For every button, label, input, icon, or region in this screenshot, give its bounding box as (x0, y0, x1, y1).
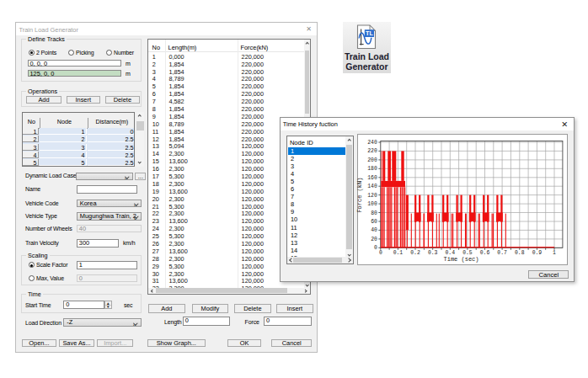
svg-text:40: 40 (371, 227, 377, 233)
svg-text:80: 80 (371, 210, 377, 216)
svg-text:0.5: 0.5 (462, 250, 473, 256)
svg-text:0.9: 0.9 (532, 250, 543, 256)
svg-text:0.2: 0.2 (410, 250, 420, 256)
svg-text:160: 160 (367, 175, 377, 181)
svg-text:60: 60 (371, 219, 377, 225)
svg-text:0.3: 0.3 (428, 250, 438, 256)
svg-text:0.4: 0.4 (446, 250, 456, 256)
svg-text:140: 140 (367, 184, 377, 189)
svg-text:0.8: 0.8 (515, 250, 525, 256)
svg-text:240: 240 (367, 140, 377, 146)
svg-text:200: 200 (367, 157, 377, 163)
svg-text:180: 180 (367, 166, 377, 172)
svg-text:100: 100 (367, 201, 377, 207)
svg-text:0.1: 0.1 (393, 250, 404, 256)
svg-text:0.6: 0.6 (480, 250, 490, 256)
svg-text:1: 1 (553, 250, 556, 256)
svg-text:220: 220 (367, 148, 377, 154)
svg-text:0: 0 (374, 245, 377, 251)
svg-text:0: 0 (379, 250, 382, 256)
svg-text:0.7: 0.7 (497, 250, 507, 256)
svg-text:Force (kN): Force (kN) (357, 178, 364, 213)
svg-text:120: 120 (367, 193, 377, 199)
svg-text:20: 20 (371, 237, 377, 242)
svg-text:Time (sec): Time (sec) (443, 256, 478, 263)
